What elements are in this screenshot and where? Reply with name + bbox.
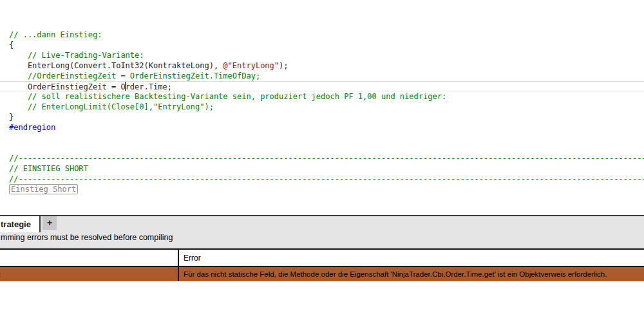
code-text: //OrderEinstiegZeit = OrderEinstiegZeit.… [9, 71, 260, 80]
code-line[interactable]: // EnterLongLimit(Close[0],"EntryLong"); [9, 102, 644, 112]
code-line[interactable]: #endregion [9, 122, 644, 133]
tab-strategie-label: trategie [1, 219, 31, 229]
code-text: //--------------------------------------… [9, 174, 644, 183]
tab-strategie[interactable]: trategie [0, 216, 41, 232]
code-line[interactable] [9, 133, 644, 143]
code-line[interactable] [9, 143, 644, 153]
code-line[interactable]: // EINSTIEG SHORT [9, 163, 644, 174]
code-line[interactable]: { [9, 40, 644, 50]
error-row-file-cell: : [0, 267, 179, 281]
code-lines-container: // ...dann Einstieg:{ // Live-Trading-Va… [9, 30, 644, 215]
code-line[interactable] [9, 194, 644, 205]
bottom-panel: trategie + mming errors must be resolved… [0, 215, 644, 325]
collapsed-region-box[interactable]: Einstieg Short [9, 184, 78, 194]
file-column-header[interactable] [0, 250, 179, 266]
code-line[interactable]: //--------------------------------------… [9, 153, 644, 163]
new-tab-button[interactable]: + [43, 216, 57, 230]
code-line[interactable]: EnterLong(Convert.ToInt32(KontrakteLong)… [9, 60, 644, 71]
code-line[interactable]: // ...dann Einstieg: [9, 30, 644, 40]
code-line[interactable]: // Live-Trading-Variante: [9, 50, 644, 60]
code-text: } [9, 113, 14, 122]
error-column-header[interactable]: Error [179, 250, 644, 266]
code-text: // Live-Trading-Variante: [9, 51, 144, 60]
current-code-line[interactable]: OrderEinstiegZeit = Order.Time; [0, 81, 644, 91]
error-row[interactable]: : Für das nicht statische Feld, die Meth… [0, 267, 644, 281]
code-line[interactable]: //OrderEinstiegZeit = OrderEinstiegZeit.… [9, 71, 644, 81]
code-text: @"EntryLong" [223, 61, 279, 70]
code-text: ); [279, 61, 288, 70]
code-text: // EINSTIEG SHORT [9, 164, 88, 173]
code-editor[interactable]: // ...dann Einstieg:{ // Live-Trading-Va… [0, 0, 644, 215]
tab-strip-and-status: trategie + mming errors must be resolved… [0, 216, 644, 248]
code-text: { [9, 41, 14, 50]
code-line[interactable] [9, 205, 644, 215]
code-text: // soll realistischere Backtesting-Varia… [9, 92, 446, 101]
code-text: #endregion [9, 123, 55, 132]
code-line[interactable]: //--------------------------------------… [9, 174, 644, 184]
plus-icon: + [47, 218, 52, 228]
code-line[interactable]: // soll realistischere Backtesting-Varia… [9, 91, 644, 102]
compile-status-message: mming errors must be resolved before com… [1, 233, 173, 242]
code-line[interactable]: } [9, 112, 644, 122]
error-table-header: Error [0, 248, 644, 267]
code-text: EnterLong(Convert.ToInt32(KontrakteLong)… [9, 61, 223, 70]
code-text: // EnterLongLimit(Close[0],"EntryLong"); [9, 102, 214, 111]
code-text: //--------------------------------------… [9, 154, 644, 163]
code-line[interactable]: Einstieg Short [9, 184, 644, 194]
code-text: rder.Time; [126, 82, 172, 91]
clipped-text-fragment: : [0, 270, 1, 278]
ninjascript-editor-window: // ...dann Einstieg:{ // Live-Trading-Va… [0, 0, 644, 325]
code-text: OrderEinstiegZeit = O [9, 82, 126, 91]
code-text: // ...dann Einstieg: [9, 30, 102, 39]
error-row-message-cell: Für das nicht statische Feld, die Method… [179, 267, 644, 281]
